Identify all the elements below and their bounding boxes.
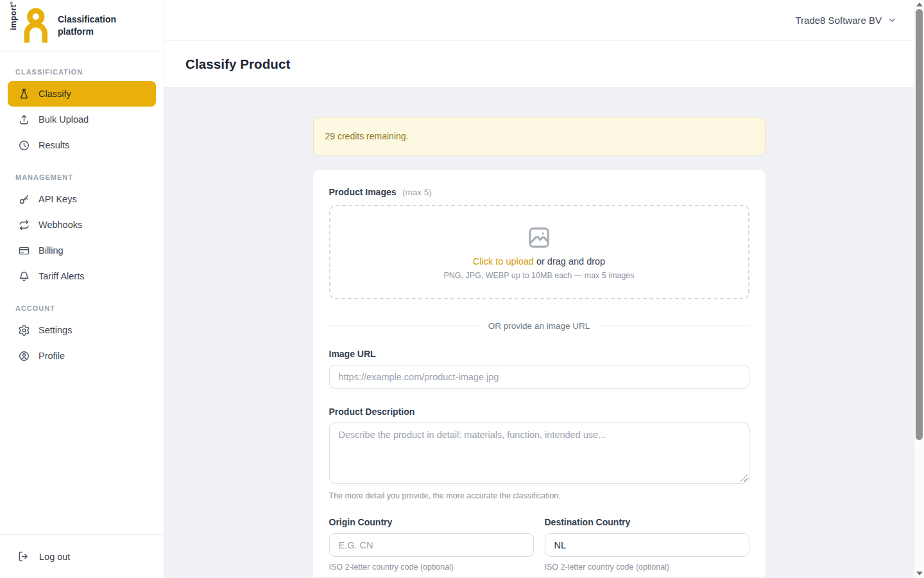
sidebar-item-webhooks[interactable]: Webhooks	[8, 212, 156, 238]
arrows-swap-icon	[17, 218, 30, 231]
user-circle-icon	[17, 349, 30, 362]
sidebar-item-label: Settings	[38, 325, 72, 335]
image-placeholder-icon	[526, 225, 552, 250]
upload-formats-text: PNG, JPG, WEBP up to 10MB each — max 5 i…	[443, 271, 634, 280]
origin-country-block: Origin Country ISO 2-letter country code…	[329, 517, 534, 572]
sidebar-item-bulk-upload[interactable]: Bulk Upload	[8, 107, 156, 132]
scroll-down-arrow-icon[interactable]	[916, 572, 923, 575]
product-description-textarea[interactable]	[329, 423, 749, 484]
country-fields-row: Origin Country ISO 2-letter country code…	[329, 517, 749, 572]
logout-label: Log out	[39, 552, 70, 562]
description-field-block: Product Description The more detail you …	[329, 407, 749, 500]
product-images-label: Product Images	[329, 187, 397, 197]
clock-icon	[17, 139, 30, 152]
sidebar-item-label: Classify	[38, 89, 71, 99]
or-divider-text: OR provide an image URL	[488, 321, 590, 331]
section-classification: Classification	[0, 60, 164, 81]
sidebar-item-label: API Keys	[38, 194, 77, 204]
sidebar-item-label: Bulk Upload	[38, 114, 89, 125]
divider-line	[329, 326, 479, 326]
brand: import® Classification platform	[0, 0, 164, 51]
scrollbar-thumb[interactable]	[916, 9, 923, 440]
destination-country-label: Destination Country	[545, 517, 749, 527]
drag-drop-text: or drag and drop	[534, 256, 605, 267]
sidebar-item-label: Billing	[38, 245, 64, 256]
product-images-hint: (max 5)	[402, 188, 432, 197]
bell-icon	[17, 270, 30, 283]
image-upload-dropzone[interactable]: Click to upload or drag and drop PNG, JP…	[329, 205, 749, 299]
sidebar-item-api-keys[interactable]: API Keys	[8, 186, 156, 212]
destination-country-block: Destination Country ISO 2-letter country…	[545, 517, 749, 572]
account-dropdown[interactable]: Trade8 Software BV	[795, 15, 897, 26]
or-divider: OR provide an image URL	[329, 321, 749, 331]
credits-banner: 29 credits remaining.	[313, 117, 766, 155]
vertical-scrollbar[interactable]	[914, 0, 924, 578]
page-title: Classify Product	[185, 57, 290, 72]
account-name: Trade8 Software BV	[795, 15, 882, 26]
topbar: Trade8 Software BV	[164, 0, 914, 40]
logo-8-icon	[19, 8, 51, 44]
page-header: Classify Product	[164, 40, 914, 88]
sidebar-item-profile[interactable]: Profile	[8, 343, 156, 369]
origin-country-helper: ISO 2-letter country code (optional)	[329, 563, 534, 572]
gear-icon	[17, 324, 30, 337]
product-images-label-row: Product Images (max 5)	[329, 186, 749, 198]
logout-icon	[17, 550, 30, 563]
sidebar-item-label: Profile	[38, 351, 65, 361]
scroll-up-arrow-icon[interactable]	[916, 3, 923, 6]
sidebar-item-results[interactable]: Results	[8, 132, 156, 158]
destination-country-helper: ISO 2-letter country code (optional)	[545, 563, 749, 572]
product-description-label: Product Description	[329, 407, 749, 417]
classify-form-card: Product Images (max 5) Click to upload o…	[313, 170, 766, 577]
sidebar: import® Classification platform Classifi…	[0, 0, 164, 578]
sidebar-item-tariff-alerts[interactable]: Tariff Alerts	[8, 263, 156, 289]
sidebar-item-label: Webhooks	[38, 220, 82, 230]
credits-text: 29 credits remaining.	[325, 131, 409, 141]
chevron-down-icon	[887, 15, 897, 25]
credit-card-icon	[17, 244, 30, 257]
main-area: Trade8 Software BV Classify Product 29 c…	[164, 0, 914, 578]
sidebar-item-settings[interactable]: Settings	[8, 317, 156, 343]
key-icon	[17, 193, 30, 206]
sidebar-item-classify[interactable]: Classify	[8, 81, 156, 107]
sidebar-item-billing[interactable]: Billing	[8, 238, 156, 263]
content: 29 credits remaining. Product Images (ma…	[164, 88, 914, 577]
origin-country-label: Origin Country	[329, 517, 534, 527]
sidebar-item-label: Tariff Alerts	[38, 271, 84, 281]
destination-country-input[interactable]	[545, 533, 749, 557]
description-helper-text: The more detail you provide, the more ac…	[329, 491, 749, 500]
image-url-input[interactable]	[329, 365, 749, 389]
dropzone-text: Click to upload or drag and drop	[473, 256, 605, 267]
upload-icon	[17, 113, 30, 126]
click-to-upload-link[interactable]: Click to upload	[473, 256, 534, 267]
section-management: Management	[0, 166, 164, 186]
product-name: Classification platform	[58, 13, 124, 37]
image-url-field-block: Image URL	[329, 349, 749, 389]
logout-button[interactable]: Log out	[0, 534, 164, 578]
divider-line	[599, 326, 749, 326]
logo-import-text: import®	[9, 21, 18, 30]
image-url-label: Image URL	[329, 349, 749, 359]
sidebar-item-label: Results	[38, 140, 69, 150]
section-account: Account	[0, 297, 164, 317]
origin-country-input[interactable]	[329, 533, 534, 557]
logo: import®	[9, 8, 51, 44]
sidebar-nav: Classification Classify Bulk Upload	[0, 51, 164, 369]
flask-icon	[17, 87, 30, 100]
